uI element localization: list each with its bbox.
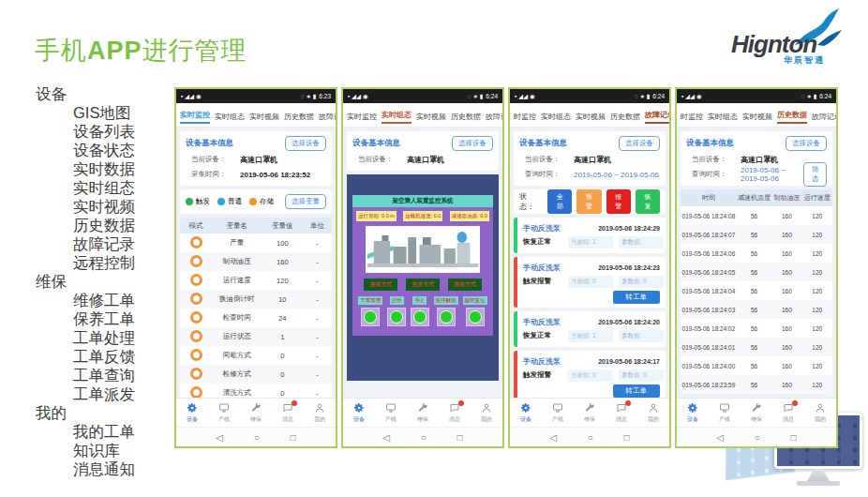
nav-item-message[interactable]: 消息: [272, 399, 304, 427]
nav-item-monitor[interactable]: 产线: [208, 399, 240, 427]
nav-item-wrench[interactable]: 维保: [741, 399, 772, 427]
select-variable-button[interactable]: 选择变量: [285, 194, 326, 209]
status-filter-button[interactable]: 预警: [576, 189, 601, 214]
select-device-button[interactable]: 选择设备: [285, 136, 326, 151]
select-device-button[interactable]: 选择设备: [619, 136, 660, 151]
nav-item-gear[interactable]: 设备: [343, 399, 375, 427]
fault-row-detail: 触发报警当前值: 0参数值: 0: [523, 368, 660, 383]
nav-item-person[interactable]: 我的: [804, 399, 836, 427]
table-row[interactable]: 清洗方式0-: [180, 384, 332, 398]
android-home-button[interactable]: ○: [588, 432, 593, 443]
android-home-button[interactable]: ○: [755, 432, 760, 443]
control-label: 开车预警: [358, 296, 382, 305]
tab[interactable]: 故障记录: [486, 112, 502, 124]
table-row[interactable]: 运行速度120-: [180, 271, 332, 290]
tab[interactable]: 实时监控: [347, 112, 377, 124]
table-row[interactable]: 换油倒计时10-: [180, 290, 332, 309]
tab[interactable]: 时监控: [514, 112, 536, 124]
variable-table: 模式变量名变量值单位产量100-制动油压160-运行速度120-换油倒计时10-…: [180, 218, 332, 398]
tab[interactable]: 故障记录: [319, 112, 336, 124]
tab[interactable]: 实时组态: [382, 110, 412, 124]
tab[interactable]: 实时组态: [541, 112, 571, 124]
nav-item-wrench[interactable]: 维保: [574, 399, 606, 427]
android-back-button[interactable]: ◁: [549, 432, 557, 443]
android-home-button[interactable]: ○: [421, 432, 427, 443]
android-recents-button[interactable]: □: [791, 432, 797, 443]
table-cell: 120: [802, 213, 832, 219]
tab[interactable]: 实时监控: [180, 110, 210, 124]
tab[interactable]: 历史数据: [451, 112, 481, 124]
nav-item-wrench[interactable]: 维保: [407, 399, 439, 427]
nav-item-message[interactable]: 消息: [772, 399, 804, 427]
table-row[interactable]: 运行状态1-: [180, 327, 332, 346]
tab[interactable]: 实时视频: [742, 112, 772, 124]
table-row[interactable]: 019-05-06 18:24:0656160120: [681, 244, 832, 263]
link-mode-button[interactable]: 连接方式: [406, 279, 440, 291]
table-row[interactable]: 019-05-06 18:23:5956160120: [681, 375, 832, 394]
tab[interactable]: 实时组态: [215, 112, 245, 124]
table-row[interactable]: 019-05-06 18:24:0356160120: [681, 300, 832, 319]
filter-button[interactable]: 筛选: [803, 162, 827, 187]
control[interactable]: 急停解锁: [434, 296, 458, 326]
table-row[interactable]: 间歇方式0-: [180, 346, 332, 365]
nav-item-gear[interactable]: 设备: [510, 399, 542, 427]
to-workorder-button[interactable]: 转工单: [613, 384, 661, 398]
table-row[interactable]: 019-05-06 18:24:0156160120: [681, 338, 832, 356]
table-row[interactable]: 019-05-06 18:24:0756160120: [681, 225, 832, 244]
nav-item-message[interactable]: 消息: [606, 399, 637, 427]
table-row[interactable]: 019-05-06 18:24:0456160120: [681, 281, 832, 300]
nav-item-message[interactable]: 消息: [439, 399, 471, 427]
tab[interactable]: 实时组态: [708, 112, 738, 124]
android-back-button[interactable]: ◁: [382, 432, 390, 443]
to-workorder-button[interactable]: 转工单: [613, 291, 661, 304]
tab[interactable]: 故障记录: [812, 112, 836, 124]
control[interactable]: 停止: [411, 296, 429, 326]
nav-item-monitor[interactable]: 产线: [542, 399, 574, 427]
nav-item-person[interactable]: 我的: [471, 399, 502, 427]
nav-item-wrench[interactable]: 维保: [240, 399, 272, 427]
status-filter-button[interactable]: 恢复: [636, 189, 660, 214]
table-row[interactable]: 产量100-: [180, 233, 332, 252]
tab[interactable]: 实时视频: [576, 112, 606, 124]
android-recents-button[interactable]: □: [624, 432, 630, 443]
fault-card[interactable]: 手动反洗泵2019-05-06 18:24:17触发报警当前值: 0参数值: 0…: [514, 351, 666, 398]
tab[interactable]: 故障记录: [645, 110, 669, 124]
table-row[interactable]: 019-05-06 18:24:0056160120: [681, 356, 832, 375]
scada-screen[interactable]: 架空乘人装置监控系统运行里程: 0.0 m运载机速度: 0.0减速器油温: 0.…: [352, 195, 493, 336]
select-device-button[interactable]: 选择设备: [452, 136, 493, 151]
table-row[interactable]: 019-05-06 18:24:0256160120: [681, 319, 832, 338]
fault-card[interactable]: 手动反洗泵2019-05-06 18:24:29恢复正常当前值: 1参数值:: [514, 218, 666, 253]
link-mode-button[interactable]: 连接方式: [448, 279, 482, 291]
tab[interactable]: 历史数据: [610, 112, 640, 124]
android-recents-button[interactable]: □: [457, 432, 463, 443]
tab[interactable]: 历史数据: [777, 110, 807, 124]
tab[interactable]: 历史数据: [284, 112, 314, 124]
tab[interactable]: 时监控: [681, 112, 703, 124]
table-row[interactable]: 019-05-06 18:24:0556160120: [681, 263, 832, 281]
fault-card[interactable]: 手动反洗泵2019-05-06 18:24:20恢复正常当前值: 1参数值:: [514, 311, 666, 347]
table-row[interactable]: 019-05-06 18:24:0856160120: [681, 206, 832, 225]
tab[interactable]: 实时视频: [416, 112, 446, 124]
nav-item-person[interactable]: 我的: [637, 399, 669, 427]
control[interactable]: 越限复位: [463, 296, 487, 326]
table-row[interactable]: 检查时间24-: [180, 309, 332, 327]
android-back-button[interactable]: ◁: [716, 432, 724, 443]
tab[interactable]: 实时视频: [249, 112, 279, 124]
select-device-button[interactable]: 选择设备: [786, 136, 827, 151]
control[interactable]: 开车预警: [358, 296, 382, 326]
android-recents-button[interactable]: □: [291, 432, 296, 443]
nav-item-gear[interactable]: 设备: [176, 399, 208, 427]
fault-card[interactable]: 手动反洗泵2019-05-06 18:24:23触发报警当前值: 0参数值: 0…: [514, 257, 666, 308]
status-filter-button[interactable]: 全部: [547, 189, 572, 214]
nav-item-monitor[interactable]: 产线: [709, 399, 741, 427]
status-filter-button[interactable]: 报警: [606, 189, 631, 214]
table-row[interactable]: 检修方式0-: [180, 365, 332, 384]
link-mode-button[interactable]: 连接方式: [364, 279, 397, 291]
control[interactable]: 启动: [387, 296, 406, 326]
nav-item-monitor[interactable]: 产线: [375, 399, 407, 427]
android-back-button[interactable]: ◁: [216, 432, 223, 443]
nav-item-person[interactable]: 我的: [304, 399, 336, 427]
android-home-button[interactable]: ○: [254, 432, 260, 443]
nav-item-gear[interactable]: 设备: [677, 399, 709, 427]
table-row[interactable]: 制动油压160-: [180, 252, 332, 271]
